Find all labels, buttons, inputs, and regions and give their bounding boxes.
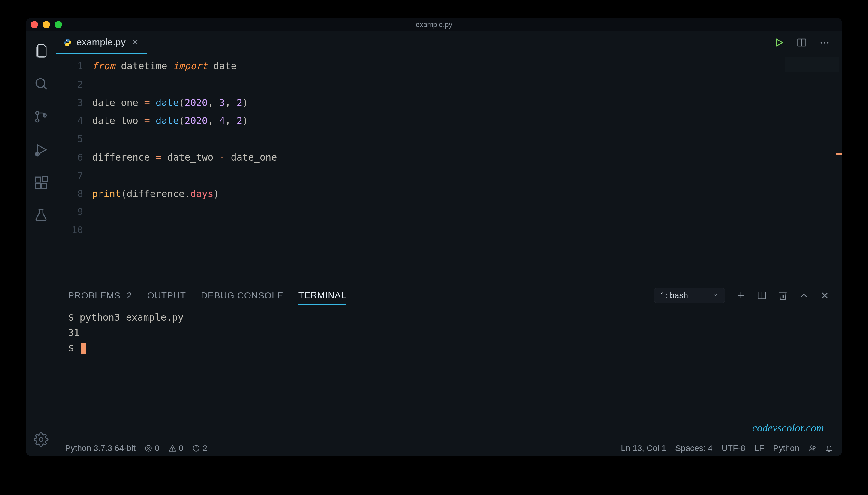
terminal-line: 31 xyxy=(68,325,830,341)
svg-point-20 xyxy=(827,42,829,43)
titlebar: example.py xyxy=(26,18,842,31)
code-editor[interactable]: 1 2 3 4 5 6 7 8 9 10 from datetime impor… xyxy=(56,54,842,284)
line-number: 6 xyxy=(56,148,83,167)
split-editor-button[interactable] xyxy=(796,37,807,48)
tab-filename: example.py xyxy=(76,37,126,48)
python-file-icon xyxy=(63,38,72,47)
svg-point-18 xyxy=(821,42,822,43)
watermark: codevscolor.com xyxy=(752,420,824,437)
status-info[interactable]: 2 xyxy=(192,443,207,453)
svg-rect-10 xyxy=(42,176,47,182)
kill-terminal-button[interactable] xyxy=(778,290,788,301)
more-actions-button[interactable] xyxy=(819,37,830,48)
status-errors[interactable]: 0 xyxy=(144,443,159,453)
svg-point-14 xyxy=(68,45,69,45)
line-number: 9 xyxy=(56,203,83,221)
minimap[interactable] xyxy=(785,57,839,72)
panel-tabs: PROBLEMS 2 OUTPUT DEBUG CONSOLE TERMINAL… xyxy=(56,284,842,307)
tab-terminal[interactable]: TERMINAL xyxy=(298,287,346,305)
svg-point-2 xyxy=(36,111,39,114)
editor-tabs: example.py ✕ xyxy=(56,31,842,54)
main-area: example.py ✕ 1 xyxy=(56,31,842,456)
traffic-lights xyxy=(31,21,62,28)
status-python-interpreter[interactable]: Python 3.7.3 64-bit xyxy=(65,443,136,453)
svg-rect-9 xyxy=(42,183,47,188)
status-bar: Python 3.7.3 64-bit 0 0 xyxy=(56,440,842,456)
svg-point-12 xyxy=(39,438,43,442)
status-language[interactable]: Python xyxy=(773,443,799,453)
svg-point-13 xyxy=(66,39,67,40)
svg-point-36 xyxy=(196,446,196,447)
run-debug-icon[interactable] xyxy=(34,142,49,157)
warning-icon xyxy=(169,444,176,452)
chevron-down-icon xyxy=(712,291,719,300)
status-encoding[interactable]: UTF-8 xyxy=(722,443,745,453)
svg-point-38 xyxy=(813,446,815,448)
split-terminal-button[interactable] xyxy=(757,290,767,301)
line-number: 4 xyxy=(56,112,83,130)
svg-point-19 xyxy=(823,42,825,43)
status-warnings[interactable]: 0 xyxy=(169,443,184,453)
bell-icon xyxy=(825,444,833,452)
code-content[interactable]: from datetime import date date_one = dat… xyxy=(92,57,842,284)
tab-output[interactable]: OUTPUT xyxy=(147,287,186,304)
svg-rect-8 xyxy=(35,183,40,188)
minimap-marker xyxy=(836,153,842,155)
extensions-icon[interactable] xyxy=(34,175,49,190)
bottom-panel: PROBLEMS 2 OUTPUT DEBUG CONSOLE TERMINAL… xyxy=(56,284,842,440)
close-window-button[interactable] xyxy=(31,21,38,28)
svg-rect-7 xyxy=(35,177,40,182)
test-beaker-icon[interactable] xyxy=(34,208,49,223)
minimize-window-button[interactable] xyxy=(43,21,50,28)
settings-gear-icon[interactable] xyxy=(34,432,49,447)
tab-example-py[interactable]: example.py ✕ xyxy=(56,31,147,54)
terminal-line: $ python3 example.py xyxy=(68,310,830,325)
status-eol[interactable]: LF xyxy=(754,443,764,453)
line-number: 5 xyxy=(56,130,83,148)
terminal-selector[interactable]: 1: bash xyxy=(654,288,725,303)
explorer-icon[interactable] xyxy=(34,43,49,58)
terminal-cursor xyxy=(81,343,86,354)
line-number-gutter: 1 2 3 4 5 6 7 8 9 10 xyxy=(56,57,92,284)
line-number: 1 xyxy=(56,57,83,75)
status-notifications-icon[interactable] xyxy=(825,444,833,452)
line-number: 8 xyxy=(56,185,83,203)
panel-actions: 1: bash xyxy=(654,288,830,303)
info-icon xyxy=(192,444,200,452)
activity-bar xyxy=(26,31,56,456)
run-file-button[interactable] xyxy=(774,37,784,48)
svg-point-33 xyxy=(172,450,173,450)
line-number: 3 xyxy=(56,93,83,112)
tab-close-button[interactable]: ✕ xyxy=(131,37,140,47)
tab-debug-console[interactable]: DEBUG CONSOLE xyxy=(201,287,283,304)
svg-marker-15 xyxy=(776,39,782,46)
line-number: 7 xyxy=(56,167,83,185)
maximize-panel-button[interactable] xyxy=(799,290,809,301)
status-cursor-position[interactable]: Ln 13, Col 1 xyxy=(621,443,666,453)
search-icon[interactable] xyxy=(34,76,49,91)
source-control-icon[interactable] xyxy=(34,109,49,124)
terminal-line: $ xyxy=(68,341,830,356)
svg-line-1 xyxy=(44,86,47,89)
status-indentation[interactable]: Spaces: 4 xyxy=(675,443,713,453)
person-icon xyxy=(808,444,816,452)
error-icon xyxy=(144,444,152,452)
new-terminal-button[interactable] xyxy=(736,290,746,301)
svg-point-3 xyxy=(36,119,39,122)
tab-problems[interactable]: PROBLEMS 2 xyxy=(68,287,132,304)
maximize-window-button[interactable] xyxy=(55,21,62,28)
vscode-window: example.py xyxy=(26,18,842,456)
close-panel-button[interactable] xyxy=(820,290,830,301)
window-body: example.py ✕ 1 xyxy=(26,31,842,456)
line-number: 2 xyxy=(56,75,83,93)
svg-point-0 xyxy=(36,79,45,87)
tab-actions xyxy=(774,31,842,54)
terminal[interactable]: $ python3 example.py 31 $ codevscolor.co… xyxy=(56,307,842,440)
window-title: example.py xyxy=(416,20,453,29)
line-number: 10 xyxy=(56,221,83,239)
status-feedback-icon[interactable] xyxy=(808,444,816,452)
svg-point-37 xyxy=(811,445,813,448)
